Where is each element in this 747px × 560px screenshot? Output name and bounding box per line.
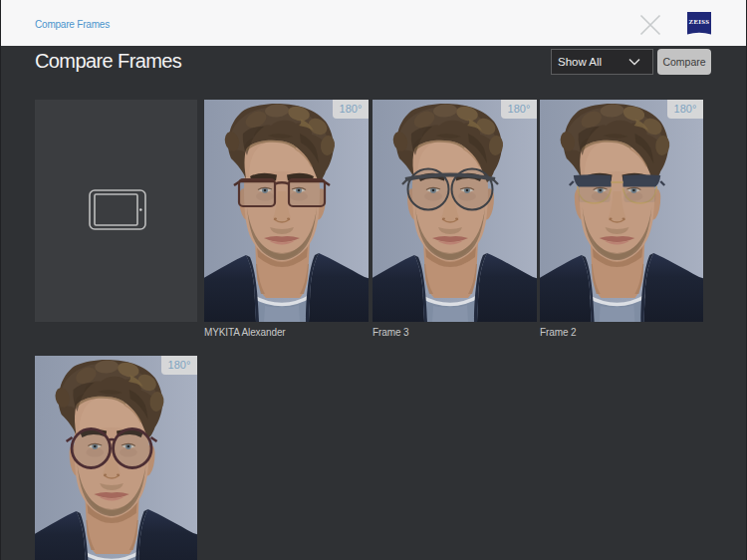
svg-text:ZEISS: ZEISS: [689, 18, 710, 25]
